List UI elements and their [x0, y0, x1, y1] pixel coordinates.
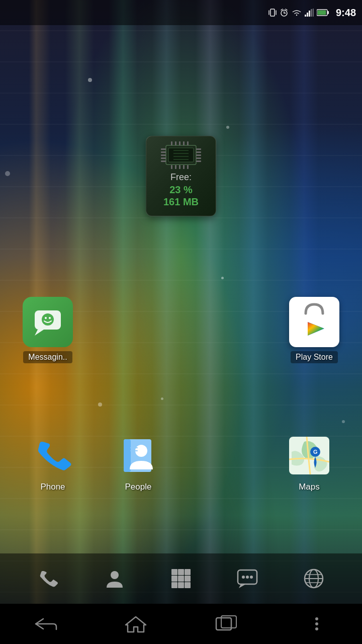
svg-rect-15: [317, 11, 326, 15]
svg-rect-14: [327, 11, 329, 14]
svg-rect-52: [124, 439, 131, 472]
svg-rect-26: [196, 157, 201, 159]
svg-rect-18: [161, 148, 166, 150]
people-label: People: [125, 482, 152, 492]
memory-widget[interactable]: Free: 23 % 161 MB: [146, 136, 216, 216]
svg-rect-22: [161, 160, 166, 162]
svg-point-72: [246, 576, 249, 579]
dock-apps-row: Phone People: [0, 433, 362, 492]
svg-rect-31: [183, 141, 185, 145]
nav-apps-icon[interactable]: [166, 564, 196, 594]
maps-app[interactable]: G Maps: [277, 433, 342, 492]
svg-rect-19: [161, 151, 166, 153]
svg-rect-0: [270, 9, 275, 16]
svg-rect-60: [171, 569, 177, 575]
nav-globe-icon[interactable]: [299, 564, 329, 594]
maps-label: Maps: [299, 482, 320, 492]
svg-rect-8: [305, 15, 306, 17]
svg-line-7: [286, 9, 287, 10]
svg-rect-25: [196, 154, 201, 156]
svg-point-81: [315, 617, 318, 620]
widget-free-label: Free:: [170, 172, 192, 183]
messaging-app[interactable]: Messagin..: [10, 297, 85, 363]
playstore-icon: [289, 297, 339, 347]
recents-button[interactable]: [209, 611, 244, 636]
svg-point-83: [315, 627, 318, 630]
svg-point-73: [250, 576, 253, 579]
svg-point-45: [45, 317, 47, 319]
battery-icon: [317, 9, 329, 16]
nav-dock: [0, 553, 362, 604]
nav-phone-icon[interactable]: [33, 564, 63, 594]
messaging-icon: [23, 297, 73, 347]
svg-rect-32: [187, 141, 189, 145]
svg-rect-24: [196, 151, 201, 153]
chip-icon: [158, 141, 204, 169]
svg-rect-36: [183, 165, 185, 169]
back-button[interactable]: [28, 611, 63, 636]
svg-rect-35: [179, 165, 180, 169]
nav-person-icon[interactable]: [100, 564, 130, 594]
svg-rect-64: [178, 576, 184, 582]
status-bar: 9:48: [0, 0, 362, 25]
svg-rect-9: [307, 13, 308, 17]
people-app[interactable]: People: [106, 433, 171, 492]
svg-rect-68: [185, 582, 191, 588]
svg-point-44: [42, 313, 54, 326]
people-app-icon: [116, 433, 161, 478]
svg-rect-67: [178, 582, 184, 588]
svg-line-6: [281, 9, 283, 10]
svg-point-82: [315, 622, 318, 625]
playstore-label: Play Store: [291, 351, 338, 363]
playstore-app[interactable]: Play Store: [277, 297, 352, 363]
svg-rect-21: [161, 157, 166, 159]
svg-marker-43: [35, 330, 44, 336]
svg-point-71: [242, 576, 245, 579]
svg-point-59: [111, 571, 119, 579]
nav-message-icon[interactable]: [232, 564, 262, 594]
svg-marker-70: [239, 584, 246, 588]
svg-rect-37: [187, 165, 189, 169]
svg-point-46: [49, 317, 51, 319]
svg-rect-63: [171, 576, 177, 582]
svg-rect-65: [185, 576, 191, 582]
alarm-icon: [280, 8, 289, 17]
system-nav-bar: [0, 604, 362, 644]
svg-rect-61: [178, 569, 184, 575]
svg-rect-20: [161, 154, 166, 156]
phone-app[interactable]: Phone: [20, 433, 85, 492]
svg-rect-10: [309, 11, 310, 17]
signal-icon: [305, 9, 314, 17]
svg-rect-29: [175, 141, 176, 145]
status-time: 9:48: [336, 7, 356, 19]
svg-rect-30: [179, 141, 180, 145]
phone-app-icon: [30, 433, 75, 478]
home-button[interactable]: [118, 611, 153, 636]
maps-app-icon: G: [287, 433, 332, 478]
svg-rect-33: [171, 165, 172, 169]
svg-rect-27: [196, 160, 201, 162]
widget-percent: 23 %: [169, 184, 193, 196]
svg-rect-28: [171, 141, 172, 145]
svg-rect-11: [311, 9, 312, 17]
home-apps-row: Messagin..: [0, 297, 362, 363]
svg-text:G: G: [313, 449, 318, 455]
svg-rect-66: [171, 582, 177, 588]
phone-label: Phone: [40, 482, 65, 492]
vibrate-icon: [268, 8, 277, 17]
messaging-label: Messagin..: [23, 351, 72, 363]
svg-rect-34: [175, 165, 176, 169]
svg-rect-12: [313, 9, 314, 17]
menu-button[interactable]: [299, 611, 334, 636]
svg-rect-62: [185, 569, 191, 575]
widget-mb: 161 MB: [163, 196, 199, 208]
wifi-icon: [292, 9, 302, 17]
svg-rect-23: [196, 148, 201, 150]
svg-rect-17: [168, 148, 194, 162]
